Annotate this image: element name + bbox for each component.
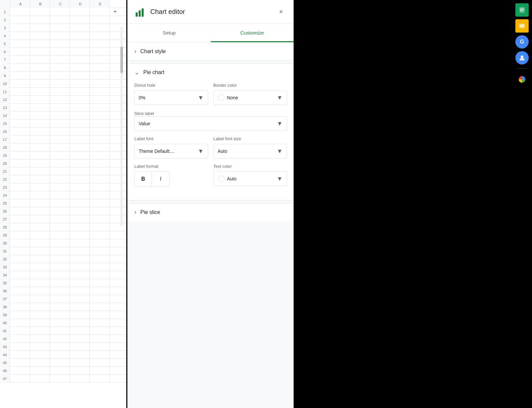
- label-font-value: Theme Default:...: [139, 149, 198, 154]
- apps-icon[interactable]: [515, 73, 529, 86]
- text-color-group: Text color Auto ▼: [213, 164, 287, 187]
- row-num: 30: [0, 239, 10, 247]
- text-color-swatch: [218, 175, 224, 182]
- label-font-size-group: Label font size Auto ▼: [213, 136, 287, 158]
- label-font-select[interactable]: Theme Default:... ▼: [134, 144, 208, 158]
- svg-rect-8: [520, 9, 524, 9]
- format-buttons-container: B I: [134, 171, 170, 187]
- svg-rect-6: [142, 8, 144, 9]
- panel-header: Chart editor ×: [128, 0, 294, 24]
- pie-chart-chevron-icon: ⌄: [134, 69, 139, 76]
- border-color-select[interactable]: None ▼: [213, 90, 287, 105]
- row-num: 46: [0, 367, 10, 375]
- slides-svg: [518, 22, 526, 30]
- svg-rect-10: [520, 11, 523, 11]
- row-num: 24: [0, 191, 10, 199]
- donut-hole-value: 0%: [139, 95, 198, 100]
- row-num: 25: [0, 199, 10, 207]
- tab-customize[interactable]: Customize: [211, 24, 294, 42]
- panel-title: Chart editor: [150, 8, 275, 16]
- svg-rect-3: [142, 9, 144, 17]
- text-color-dropdown-icon: ▼: [277, 175, 283, 182]
- scrollbar-track[interactable]: [120, 27, 123, 226]
- row-num: 9: [0, 72, 10, 80]
- svg-point-13: [521, 55, 523, 58]
- row-num: 26: [0, 207, 10, 215]
- row-num: 39: [0, 311, 10, 319]
- row-num: 15: [0, 120, 10, 128]
- corner-cell: [0, 0, 10, 8]
- border-color-group: Border color None ▼: [213, 83, 287, 105]
- row-num: 41: [0, 327, 10, 335]
- row-num: 38: [0, 303, 10, 311]
- slice-label-group: Slice label Value ▼: [134, 110, 287, 131]
- row-num: 5: [0, 40, 10, 48]
- col-header-d: D: [70, 0, 90, 8]
- slice-label-dropdown-icon: ▼: [277, 120, 283, 127]
- row-num: 18: [0, 144, 10, 152]
- panel-content: › Chart style ⌄ Pie chart Donut hole 0% …: [128, 43, 294, 408]
- chevron-up-icon[interactable]: ⌃: [112, 9, 118, 17]
- person-icon[interactable]: [515, 51, 529, 64]
- person-svg: [518, 54, 526, 61]
- label-font-size-select[interactable]: Auto ▼: [213, 144, 287, 158]
- chart-editor-icon: [134, 6, 146, 18]
- scrollbar-thumb[interactable]: [120, 47, 123, 73]
- pie-slice-title: Pie slice: [140, 209, 160, 215]
- svg-rect-9: [520, 10, 524, 10]
- row-num: 11: [0, 88, 10, 96]
- label-font-size-label: Label font size: [213, 136, 287, 141]
- row-num: 4: [0, 32, 10, 40]
- pie-chart-header[interactable]: ⌄ Pie chart: [134, 69, 287, 76]
- pie-slice-header[interactable]: › Pie slice: [134, 209, 287, 216]
- row-num: 20: [0, 159, 10, 167]
- chart-style-chevron-icon: ›: [134, 48, 136, 55]
- svg-rect-5: [139, 10, 141, 11]
- label-font-size-dropdown-icon: ▼: [277, 148, 283, 155]
- row-num: 43: [0, 343, 10, 351]
- row-num: 16: [0, 128, 10, 136]
- svg-rect-1: [136, 13, 138, 17]
- row-num: 7: [0, 56, 10, 64]
- row-num: 22: [0, 175, 10, 183]
- row-num: 31: [0, 247, 10, 255]
- row-num: 34: [0, 271, 10, 279]
- row-num: 42: [0, 335, 10, 343]
- right-divider: [517, 68, 527, 69]
- close-button[interactable]: ×: [275, 6, 287, 18]
- row-num: 29: [0, 231, 10, 239]
- spreadsheet-grid: A B C D E 1 2 3 4 5 6 7 8 9 10 11 12 13 …: [0, 0, 126, 408]
- row-num: 2: [0, 16, 10, 24]
- row-num: 27: [0, 215, 10, 223]
- border-color-dropdown-icon: ▼: [277, 94, 283, 101]
- text-color-value: Auto: [227, 176, 277, 181]
- donut-hole-select[interactable]: 0% ▼: [134, 90, 208, 105]
- google-account-icon[interactable]: G: [515, 35, 529, 49]
- label-font-dropdown-icon: ▼: [198, 148, 204, 155]
- donut-hole-group: Donut hole 0% ▼: [134, 83, 208, 105]
- text-color-select[interactable]: Auto ▼: [213, 171, 287, 186]
- slides-icon[interactable]: [515, 19, 529, 33]
- row-num: 40: [0, 319, 10, 327]
- pie-chart-subsection: ⌄ Pie chart Donut hole 0% ▼ Border color: [128, 63, 294, 200]
- google-account-letter: G: [520, 39, 524, 45]
- bold-button[interactable]: B: [135, 172, 152, 186]
- border-color-value: None: [227, 95, 277, 100]
- font-row: Label font Theme Default:... ▼ Label fon…: [134, 136, 287, 158]
- slice-label-value: Value: [139, 121, 277, 126]
- col-header-b: B: [30, 0, 50, 8]
- sheets-icon[interactable]: [515, 3, 529, 17]
- svg-rect-2: [139, 11, 141, 17]
- border-color-label: Border color: [213, 83, 287, 88]
- row-num: 21: [0, 167, 10, 175]
- row-num: 23: [0, 183, 10, 191]
- row-num: 1: [0, 8, 10, 16]
- slice-label-label: Slice label: [134, 111, 154, 116]
- slice-label-select[interactable]: Value ▼: [134, 116, 287, 131]
- label-font-size-value: Auto: [218, 149, 277, 154]
- tab-setup[interactable]: Setup: [128, 24, 211, 42]
- chart-style-section[interactable]: › Chart style: [128, 43, 294, 60]
- italic-button[interactable]: I: [152, 172, 169, 186]
- row-num: 33: [0, 263, 10, 271]
- sheets-svg: [518, 6, 526, 14]
